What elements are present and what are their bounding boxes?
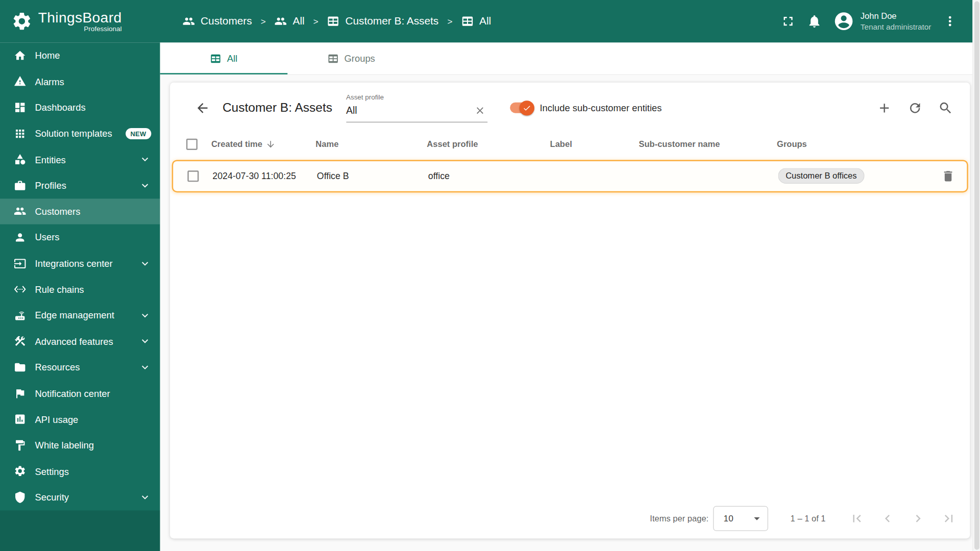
sidebar-item-edge-management[interactable]: Edge management	[0, 303, 160, 329]
notifications-button[interactable]	[802, 9, 827, 34]
sidebar-item-alarms[interactable]: Alarms	[0, 68, 160, 94]
table-icon	[327, 15, 339, 27]
breadcrumb-customers[interactable]: Customers	[183, 15, 252, 27]
toggle-label: Include sub-customer entities	[540, 103, 662, 113]
column-header-label[interactable]: Label	[550, 139, 639, 148]
tab-groups[interactable]: Groups	[287, 42, 415, 74]
input-icon	[14, 257, 26, 269]
plus-icon	[877, 101, 892, 115]
sidebar-item-security[interactable]: Security	[0, 484, 160, 510]
assets-table-card: Customer B: Assets Asset profile All	[170, 83, 970, 539]
delete-row-button[interactable]	[935, 164, 960, 189]
breadcrumb-customer-b-assets[interactable]: Customer B: Assets	[327, 15, 438, 27]
sidebar-item-label: White labeling	[35, 440, 94, 450]
column-label: Label	[550, 139, 572, 148]
sidebar-item-label: Edge management	[35, 310, 114, 321]
user-menu[interactable]: John Doe Tenant administrator	[833, 11, 932, 32]
sidebar-item-label: API usage	[35, 414, 79, 424]
sidebar-item-solution-templates[interactable]: Solution templates NEW	[0, 120, 160, 146]
sidebar-item-label: Integrations center	[35, 258, 113, 269]
logo-text: ThingsBoard Professional	[38, 10, 122, 32]
sidebar-item-resources[interactable]: Resources	[0, 354, 160, 380]
first-page-icon	[849, 511, 864, 526]
back-button[interactable]	[190, 95, 215, 120]
shield-icon	[14, 491, 26, 503]
column-label: Name	[315, 139, 338, 148]
user-name: John Doe	[861, 11, 932, 21]
thingsboard-logo[interactable]: ThingsBoard Professional	[0, 10, 160, 32]
column-header-created-time[interactable]: Created time	[211, 139, 315, 149]
column-label: Groups	[777, 139, 807, 148]
table-toolbar: Customer B: Assets Asset profile All	[170, 83, 970, 126]
chevron-right-icon	[911, 511, 925, 526]
sidebar-item-rule-chains[interactable]: Rule chains	[0, 277, 160, 303]
tab-all[interactable]: All	[160, 42, 287, 74]
sidebar-item-notification-center[interactable]: Notification center	[0, 380, 160, 406]
sidebar-item-white-labeling[interactable]: White labeling	[0, 432, 160, 458]
chevron-down-icon	[139, 257, 151, 269]
sort-desc-icon	[265, 139, 276, 149]
sidebar-item-home[interactable]: Home	[0, 42, 160, 68]
tab-label: All	[227, 53, 237, 64]
sidebar-item-profiles[interactable]: Profiles	[0, 172, 160, 198]
sidebar-item-entities[interactable]: Entities	[0, 146, 160, 172]
column-label: Sub-customer name	[639, 139, 720, 148]
include-subcustomer-toggle[interactable]	[510, 103, 532, 113]
sidebar-item-label: Users	[35, 232, 60, 243]
breadcrumb-label: Customers	[201, 15, 252, 27]
chevron-down-icon	[139, 491, 151, 503]
sidebar-item-dashboards[interactable]: Dashboards	[0, 94, 160, 120]
next-page-button[interactable]	[905, 506, 930, 531]
include-subcustomer-toggle-wrap: Include sub-customer entities	[510, 103, 662, 113]
row-checkbox[interactable]	[187, 170, 199, 182]
sidebar-item-users[interactable]: Users	[0, 224, 160, 251]
chart-icon	[14, 413, 26, 425]
people-icon	[14, 205, 26, 217]
dashboard-icon	[14, 101, 26, 113]
sidebar-item-customers[interactable]: Customers	[0, 198, 160, 224]
chevron-down-icon	[139, 153, 151, 165]
sidebar-item-advanced-features[interactable]: Advanced features	[0, 329, 160, 355]
table-empty-space	[170, 192, 970, 498]
last-page-button[interactable]	[936, 506, 961, 531]
table-row[interactable]: 2024-07-30 11:00:25 Office B office Cust…	[172, 160, 968, 192]
group-chip[interactable]: Customer B offices	[778, 168, 864, 184]
clear-filter-button[interactable]	[472, 104, 487, 118]
cell-asset-profile: office	[428, 171, 551, 181]
fullscreen-button[interactable]	[775, 9, 800, 34]
briefcase-icon	[14, 179, 26, 191]
sidebar-item-api-usage[interactable]: API usage	[0, 406, 160, 432]
chevron-down-icon	[139, 309, 151, 321]
chevron-down-icon	[139, 179, 151, 191]
previous-page-button[interactable]	[875, 506, 900, 531]
table-header-row: Created time Name Asset profile Label Su…	[170, 131, 970, 157]
more-options-button[interactable]	[938, 9, 963, 34]
column-header-sub-customer-name[interactable]: Sub-customer name	[639, 139, 777, 148]
sidebar-item-integrations-center[interactable]: Integrations center	[0, 251, 160, 277]
table-actions	[872, 95, 958, 120]
column-header-name[interactable]: Name	[315, 139, 427, 148]
cell-created-time: 2024-07-30 11:00:25	[212, 171, 316, 181]
arrow-drop-down-icon	[750, 512, 764, 525]
sidebar-item-settings[interactable]: Settings	[0, 458, 160, 484]
refresh-button[interactable]	[902, 95, 927, 120]
arrow-left-icon	[195, 101, 210, 115]
sidebar: Home Alarms Dashboards Solution template…	[0, 42, 160, 551]
items-per-page-value: 10	[724, 514, 733, 524]
breadcrumb-all-customers[interactable]: All	[275, 15, 305, 27]
chevron-down-icon	[139, 361, 151, 373]
kebab-icon	[943, 14, 958, 29]
person-icon	[14, 231, 26, 243]
column-label: Asset profile	[427, 139, 478, 148]
add-asset-button[interactable]	[872, 95, 897, 120]
asset-profile-select[interactable]: Asset profile All	[346, 93, 487, 123]
items-per-page-select[interactable]: 10	[713, 506, 768, 531]
scrollbar-thumb[interactable]	[974, 1, 979, 549]
column-header-asset-profile[interactable]: Asset profile	[427, 139, 550, 148]
search-button[interactable]	[933, 95, 958, 120]
first-page-button[interactable]	[844, 506, 869, 531]
breadcrumb-all-assets[interactable]: All	[461, 15, 492, 27]
category-icon	[14, 153, 26, 165]
sidebar-item-label: Profiles	[35, 180, 66, 191]
select-all-checkbox[interactable]	[186, 139, 198, 150]
